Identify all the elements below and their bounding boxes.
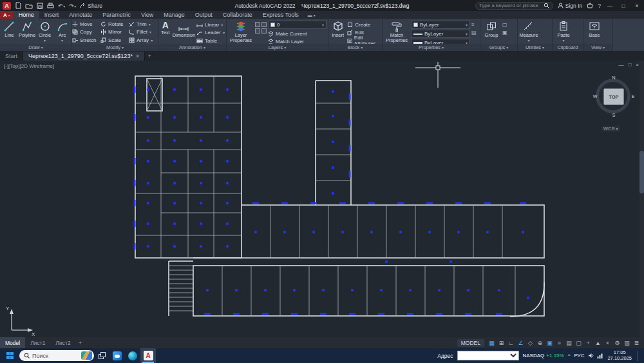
panel-label-modify[interactable]: Modify xyxy=(72,44,158,52)
help-icon[interactable]: ? xyxy=(598,3,601,9)
linear-dimension-button[interactable]: Linear xyxy=(196,21,225,29)
panel-label-draw[interactable]: Draw xyxy=(0,44,71,51)
annotation-scale-icon[interactable]: × xyxy=(603,338,612,348)
snap-icon[interactable]: ⊞ xyxy=(497,338,506,348)
viewcube-north[interactable]: N xyxy=(611,75,617,80)
save-icon[interactable] xyxy=(37,3,43,9)
layout-tab-model[interactable]: Model xyxy=(0,337,25,348)
create-block-button[interactable]: Create xyxy=(347,21,381,29)
speaker-icon[interactable] xyxy=(588,353,594,358)
workspace-gear-icon[interactable]: ⚙ xyxy=(612,338,622,348)
application-menu-button[interactable]: A xyxy=(0,11,14,19)
paste-button[interactable]: Paste xyxy=(554,19,573,43)
circle-button[interactable]: Circle xyxy=(37,19,53,43)
file-tab-drawing[interactable]: Чертеж123_1_29790_5ccce72f.sv$123* × xyxy=(23,52,145,61)
ribbon-tab-view[interactable]: View xyxy=(136,11,158,19)
transparency-icon[interactable]: ▤ xyxy=(564,338,574,348)
viewport-close-icon[interactable]: × xyxy=(636,62,639,68)
redo-icon[interactable]: ↷ xyxy=(69,3,76,9)
properties-palette-icon[interactable]: ▤ xyxy=(471,30,477,35)
polar-tracking-icon[interactable]: ∠ xyxy=(516,338,526,348)
minimize-button[interactable]: — xyxy=(605,3,614,9)
search-highlight-image[interactable] xyxy=(81,351,92,360)
dynamic-input-icon[interactable]: + xyxy=(583,338,593,348)
address-select[interactable] xyxy=(457,351,519,360)
scrollbar-thumb[interactable] xyxy=(639,151,644,193)
keyword-search[interactable] xyxy=(475,2,553,10)
ribbon-tab-home[interactable]: Home xyxy=(14,11,39,19)
viewport-minimize-icon[interactable]: — xyxy=(618,62,623,68)
viewcube-top-face[interactable]: TOP xyxy=(603,88,624,105)
move-button[interactable]: Move xyxy=(72,20,100,28)
viewcube-east[interactable]: E xyxy=(630,94,636,99)
lineweight-icon[interactable]: ≡ xyxy=(554,338,564,348)
layer-dropdown[interactable]: 0 xyxy=(268,21,327,29)
new-drawing-tab-button[interactable]: + xyxy=(145,52,154,61)
ribbon-overflow-button[interactable]: ▬ xyxy=(304,11,319,19)
ribbon-tab-parametric[interactable]: Parametric xyxy=(97,11,136,19)
selection-cycling-icon[interactable]: ▢ xyxy=(574,338,583,348)
taskbar-search-input[interactable] xyxy=(32,353,79,359)
annotation-visibility-icon[interactable]: ▲ xyxy=(593,338,603,348)
group-edit-icon[interactable]: ▣ xyxy=(502,30,507,35)
new-file-icon[interactable] xyxy=(15,2,21,9)
leader-button[interactable]: Leader xyxy=(196,29,225,37)
tray-chevron-icon[interactable]: ^ xyxy=(568,353,571,358)
sign-in-button[interactable]: Sign In xyxy=(558,3,582,9)
text-button[interactable]: A Text xyxy=(160,19,171,35)
panel-label-block[interactable]: Block xyxy=(328,44,382,51)
isodraft-icon[interactable]: ◇ xyxy=(526,338,535,348)
autocad-logo[interactable]: A xyxy=(3,2,11,10)
layer-on-icon[interactable] xyxy=(255,22,260,27)
stretch-button[interactable]: Stretch xyxy=(72,36,100,44)
add-layout-button[interactable]: + xyxy=(76,340,85,346)
keyword-search-input[interactable] xyxy=(479,3,541,8)
ungroup-icon[interactable]: ▢ xyxy=(502,22,507,28)
show-desktop-button[interactable] xyxy=(637,351,642,361)
ribbon-tab-insert[interactable]: Insert xyxy=(39,11,64,19)
dimension-button[interactable]: Dimension xyxy=(173,19,195,38)
taskbar-search[interactable] xyxy=(19,350,94,361)
base-view-button[interactable]: Base xyxy=(585,19,604,38)
open-folder-icon[interactable] xyxy=(25,3,33,9)
task-view-button[interactable] xyxy=(94,348,109,363)
viewcube[interactable]: N W E S TOP xyxy=(594,77,633,116)
ribbon-tab-annotate[interactable]: Annotate xyxy=(64,11,97,19)
array-button[interactable]: Array xyxy=(129,36,155,44)
grid-icon[interactable]: ▦ xyxy=(487,338,497,348)
maximize-button[interactable]: □ xyxy=(619,3,628,9)
panel-label-properties[interactable]: Properties xyxy=(383,44,480,51)
properties-list-icon[interactable]: ≡ xyxy=(471,22,477,28)
autocad-taskbar-button[interactable]: A xyxy=(140,348,156,363)
object-snap-tracking-icon[interactable]: ⊕ xyxy=(535,338,545,348)
panel-label-groups[interactable]: Groups xyxy=(480,44,517,51)
group-button[interactable]: Group xyxy=(482,19,501,38)
ribbon-tab-manage[interactable]: Manage xyxy=(158,11,190,19)
file-tab-start[interactable]: Start xyxy=(0,52,23,61)
panel-label-clipboard[interactable]: Clipboard xyxy=(553,44,583,51)
ortho-icon[interactable]: ∟ xyxy=(506,338,516,348)
match-properties-button[interactable]: Match Properties xyxy=(384,19,410,43)
arc-button[interactable]: Arc xyxy=(54,19,70,43)
insert-block-button[interactable]: Insert xyxy=(330,19,346,38)
network-icon[interactable] xyxy=(597,353,603,358)
print-icon[interactable] xyxy=(47,3,54,9)
share-button[interactable]: Share xyxy=(80,3,102,9)
viewport-restore-icon[interactable]: □ xyxy=(628,62,631,68)
stock-ticker[interactable]: NASDAQ +1.15% xyxy=(523,353,564,358)
scale-button[interactable]: Scale xyxy=(100,36,129,44)
trim-button[interactable]: Trim xyxy=(129,20,155,28)
mirror-button[interactable]: Mirror xyxy=(100,28,129,37)
copy-button[interactable]: Copy xyxy=(72,28,100,37)
layout-tab-лист1[interactable]: Лист1 xyxy=(25,337,50,348)
undo-icon[interactable]: ↶ xyxy=(58,3,65,9)
color-dropdown[interactable]: ByLayer xyxy=(411,21,470,29)
ribbon-tab-output[interactable]: Output xyxy=(190,11,218,19)
close-button[interactable]: × xyxy=(632,3,641,9)
taskbar-clock[interactable]: 17:05 27.10.2025 xyxy=(607,350,632,361)
fillet-button[interactable]: Fillet xyxy=(129,28,155,37)
model-space-canvas[interactable]: Y X [-][Top][2D Wireframe] — □ × N W E S… xyxy=(0,61,644,337)
edge-button[interactable] xyxy=(125,348,140,363)
panel-label-view[interactable]: View xyxy=(583,44,612,51)
layout-tab-лист2[interactable]: Лист2 xyxy=(50,337,75,348)
